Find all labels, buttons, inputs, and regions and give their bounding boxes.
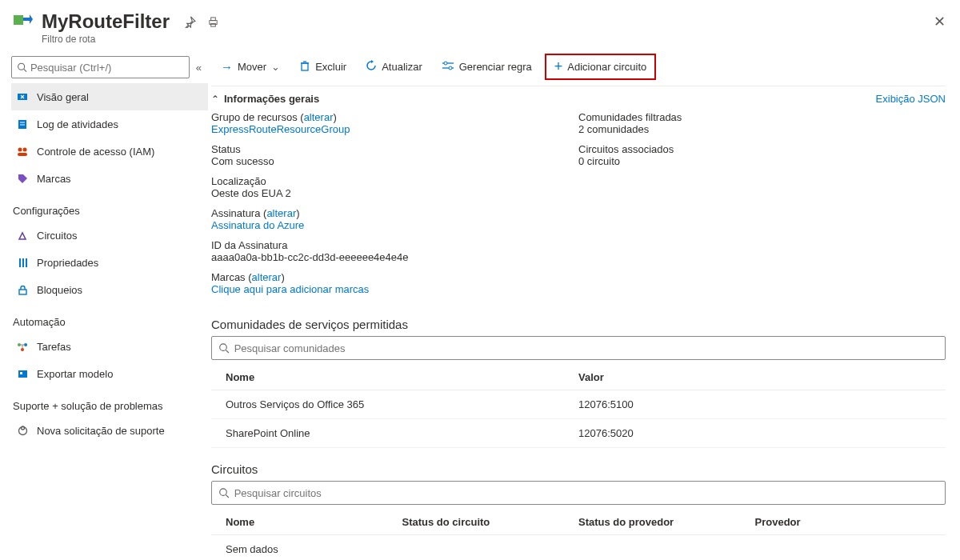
svg-rect-23 <box>20 372 22 374</box>
svg-rect-26 <box>302 63 308 70</box>
svg-rect-0 <box>14 15 23 25</box>
json-view-link[interactable]: Exibição JSON <box>876 93 946 105</box>
chevron-down-icon: ⌄ <box>271 61 280 73</box>
route-filter-icon <box>11 11 34 34</box>
circuits-search[interactable] <box>211 481 946 505</box>
svg-point-11 <box>23 147 27 151</box>
communities-search-input[interactable] <box>234 342 938 354</box>
associated-circuits-value: 0 circuito <box>578 155 946 167</box>
resource-group-label: Grupo de recursos (alterar) <box>211 111 578 123</box>
circuits-col-name: Nome <box>226 516 402 528</box>
svg-line-34 <box>226 350 228 353</box>
status-value: Com sucesso <box>211 155 578 167</box>
circuits-empty: Sem dados <box>211 535 946 560</box>
page-title: MyRouteFilter <box>42 11 170 32</box>
svg-line-36 <box>226 495 228 498</box>
svg-rect-12 <box>18 153 27 156</box>
sidebar-item-label: Nova solicitação de suporte <box>37 425 165 437</box>
sidebar-item-iam[interactable]: Controle de acesso (IAM) <box>11 138 208 165</box>
change-subscription-link[interactable]: alterar <box>266 207 296 219</box>
add-circuit-button[interactable]: + Adicionar circuito <box>545 54 657 80</box>
subscription-value[interactable]: Assinatura do Azure <box>211 219 578 231</box>
resource-group-value[interactable]: ExpressRouteResourceGroup <box>211 123 578 135</box>
lock-icon <box>16 284 29 296</box>
sidebar: « Visão geral Log de atividades Controle… <box>0 48 208 560</box>
communities-section-title: Comunidades de serviços permitidas <box>211 318 946 331</box>
table-row[interactable]: SharePoint Online 12076:5020 <box>211 419 946 448</box>
main-content: → Mover ⌄ Excluir Atualizar Gerenciar re… <box>208 48 960 560</box>
chevron-up-icon[interactable]: ⌃ <box>211 94 219 105</box>
svg-point-4 <box>18 64 25 70</box>
tags-label: Marcas (alterar) <box>211 271 578 283</box>
support-icon <box>16 425 29 437</box>
svg-point-35 <box>220 489 227 496</box>
communities-table: Nome Valor Outros Serviços do Office 365… <box>211 363 946 448</box>
sidebar-group-automation: Automação <box>13 316 208 328</box>
circuits-col-cstatus: Status do circuito <box>402 516 579 528</box>
sidebar-item-activity-log[interactable]: Log de atividades <box>11 110 208 138</box>
sidebar-search-input[interactable] <box>30 62 184 74</box>
sidebar-item-tags[interactable]: Marcas <box>11 165 208 192</box>
print-icon[interactable] <box>207 16 219 30</box>
sidebar-item-tasks[interactable]: Tarefas <box>11 333 208 360</box>
sidebar-search[interactable] <box>11 56 190 78</box>
iam-icon <box>16 146 29 158</box>
settings-sliders-icon <box>442 60 454 74</box>
svg-line-5 <box>24 70 26 72</box>
move-button[interactable]: → Mover ⌄ <box>211 55 290 78</box>
location-value: Oeste dos EUA 2 <box>211 187 578 199</box>
move-icon: → <box>221 60 233 74</box>
page-subtitle: Filtro de rota <box>42 34 170 45</box>
blade-header: MyRouteFilter Filtro de rota ✕ <box>0 0 960 48</box>
circuits-col-provider: Provedor <box>755 516 932 528</box>
manage-rule-button[interactable]: Gerenciar regra <box>432 55 542 78</box>
change-tags-link[interactable]: alterar <box>252 271 282 283</box>
sidebar-group-support: Suporte + solução de problemas <box>13 400 208 412</box>
community-value: 12076:5020 <box>578 427 931 439</box>
refresh-button[interactable]: Atualizar <box>356 55 432 78</box>
add-tags-link[interactable]: Clique aqui para adicionar marcas <box>211 283 578 295</box>
svg-rect-14 <box>22 258 24 267</box>
subscription-label: Assinatura (alterar) <box>211 207 578 219</box>
table-row[interactable]: Outros Serviços do Office 365 12076:5100 <box>211 390 946 419</box>
plus-icon: + <box>554 58 563 75</box>
sidebar-item-new-support[interactable]: Nova solicitação de suporte <box>11 417 208 444</box>
sidebar-item-overview[interactable]: Visão geral <box>11 83 208 110</box>
command-bar: → Mover ⌄ Excluir Atualizar Gerenciar re… <box>211 48 946 86</box>
community-name: Outros Serviços do Office 365 <box>226 398 578 410</box>
communities-col-name: Nome <box>226 371 578 383</box>
status-label: Status <box>211 143 578 155</box>
change-resource-group-link[interactable]: alterar <box>304 111 334 123</box>
circuits-icon <box>16 230 29 242</box>
circuits-search-input[interactable] <box>234 487 938 499</box>
close-icon[interactable]: ✕ <box>934 13 946 30</box>
filtered-communities-label: Comunidades filtradas <box>578 111 946 123</box>
essentials-title: Informações gerais <box>224 93 319 105</box>
sidebar-item-properties[interactable]: Propriedades <box>11 249 208 276</box>
sidebar-item-circuits[interactable]: Circuitos <box>11 222 208 249</box>
svg-point-24 <box>18 426 26 434</box>
svg-point-32 <box>449 66 452 70</box>
sidebar-item-label: Log de atividades <box>37 118 118 130</box>
svg-rect-16 <box>19 290 26 294</box>
sidebar-group-settings: Configurações <box>13 205 208 217</box>
sidebar-item-export-template[interactable]: Exportar modelo <box>11 360 208 387</box>
activity-log-icon <box>16 118 29 130</box>
sidebar-item-locks[interactable]: Bloqueios <box>11 276 208 303</box>
svg-rect-13 <box>19 258 21 267</box>
delete-button[interactable]: Excluir <box>290 55 356 78</box>
tasks-icon <box>16 341 29 353</box>
communities-search[interactable] <box>211 336 946 360</box>
subscription-id-label: ID da Assinatura <box>211 239 578 251</box>
subscription-id-value: aaaa0a0a-bb1b-cc2c-dd3d-eeeeee4e4e4e <box>211 251 578 263</box>
associated-circuits-label: Circuitos associados <box>578 143 946 155</box>
filtered-communities-value: 2 comunidades <box>578 123 946 135</box>
pin-icon[interactable] <box>184 16 196 30</box>
svg-point-30 <box>444 62 447 65</box>
collapse-sidebar-icon[interactable]: « <box>196 62 200 74</box>
refresh-icon <box>366 60 377 74</box>
sidebar-item-label: Circuitos <box>37 230 78 242</box>
overview-icon <box>16 91 29 103</box>
svg-rect-15 <box>26 258 27 267</box>
svg-point-25 <box>21 426 24 430</box>
